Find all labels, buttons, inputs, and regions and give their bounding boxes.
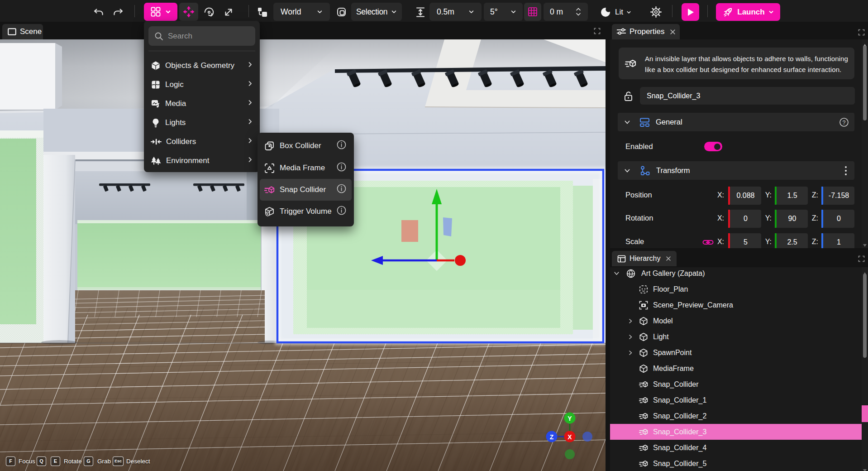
svg-text:X: X: [568, 433, 572, 441]
svg-text:Z: Z: [550, 433, 554, 441]
svg-text:Y: Y: [568, 415, 572, 422]
svg-text:?: ?: [843, 119, 846, 125]
